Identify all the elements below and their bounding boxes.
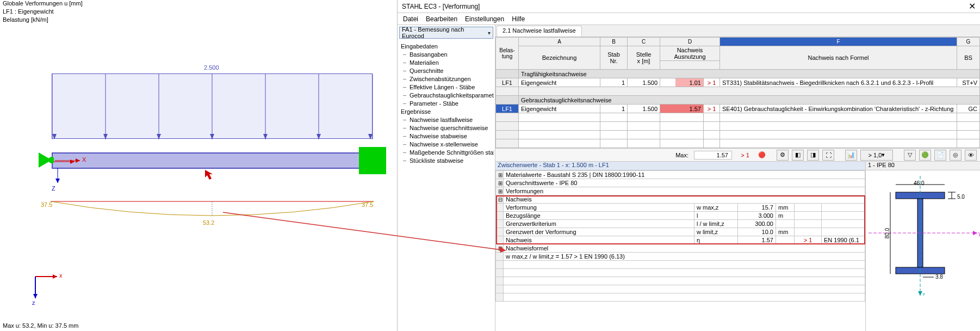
svg-text:z: z bbox=[922, 292, 925, 296]
local-axes-icon bbox=[53, 154, 374, 170]
menu-settings[interactable]: Einstellungen bbox=[465, 15, 504, 23]
canvas[interactable]: 2.500 bbox=[3, 33, 394, 289]
toolbar-icon[interactable]: ⛶ bbox=[822, 150, 834, 161]
pointer-cursor-icon bbox=[204, 169, 216, 182]
toolbar-icon[interactable]: 📊 bbox=[845, 150, 857, 161]
error-icon: 🔴 bbox=[758, 151, 766, 158]
svg-marker-11 bbox=[263, 134, 268, 139]
local-x-arrow-icon bbox=[55, 158, 84, 164]
svg-marker-22 bbox=[205, 170, 213, 180]
expand-icon[interactable]: ⊞ bbox=[496, 179, 504, 187]
deflection-right: 37.5 bbox=[362, 201, 373, 208]
collapse-icon[interactable]: ⊟ bbox=[496, 244, 504, 253]
local-x-label: X bbox=[82, 156, 86, 163]
case-combo[interactable]: FA1 - Bemessung nach Eurocod ▾ bbox=[399, 27, 493, 39]
filter-icon[interactable]: ▽ bbox=[904, 150, 916, 161]
svg-marker-12 bbox=[317, 134, 321, 139]
tree-root-results[interactable]: Ergebnisse bbox=[399, 108, 494, 116]
col-belastung: Belas- tung bbox=[496, 38, 519, 70]
tree-item[interactable]: Parameter - Stäbe bbox=[399, 100, 494, 108]
toolbar-icon[interactable]: ◎ bbox=[950, 150, 962, 161]
table-row[interactable]: LF1 Eigengewicht 1 1.500 1.01 > 1 ST331)… bbox=[496, 78, 980, 87]
toolbar-icon[interactable]: 📄 bbox=[934, 150, 946, 161]
svg-marker-13 bbox=[368, 134, 373, 139]
nav-tree[interactable]: FA1 - Bemessung nach Eurocod ▾ Eingabeda… bbox=[398, 25, 495, 331]
tree-item[interactable]: Effektive Längen - Stäbe bbox=[399, 83, 494, 91]
load-rect bbox=[52, 73, 373, 139]
close-icon[interactable]: ✕ bbox=[969, 1, 976, 11]
view-load-unit: Belastung [kN/m] bbox=[3, 16, 48, 23]
tree-item[interactable]: Nachweise stabweise bbox=[399, 132, 494, 140]
status-bar: Max u: 53.2, Min u: 37.5 mm bbox=[3, 322, 78, 329]
load-value: 2.500 bbox=[204, 64, 219, 71]
expand-icon[interactable]: ⊞ bbox=[496, 171, 504, 179]
tree-item[interactable]: Materialien bbox=[399, 59, 494, 67]
svg-marker-30 bbox=[33, 294, 38, 298]
local-z-arrow-icon bbox=[55, 168, 60, 188]
case-combo-value: FA1 - Bemessung nach Eurocod bbox=[402, 26, 488, 39]
toolbar-icon[interactable]: 🟢 bbox=[919, 150, 931, 161]
tab-strip: 2.1 Nachweise lastfallweise bbox=[495, 25, 980, 37]
deflection-left: 37.5 bbox=[41, 201, 52, 208]
structural-view: Globale Verformungen u [mm] LF1 : Eigeng… bbox=[0, 0, 397, 331]
toolbar-icon[interactable]: ⚙ bbox=[777, 150, 789, 161]
tree-item[interactable]: Nachweise querschnittsweise bbox=[399, 124, 494, 132]
details-title: Zwischenwerte - Stab 1 - x: 1.500 m - LF… bbox=[495, 162, 865, 170]
tab-results[interactable]: 2.1 Nachweise lastfallweise bbox=[497, 26, 582, 36]
svg-marker-8 bbox=[103, 134, 108, 139]
menu-edit[interactable]: Bearbeiten bbox=[426, 15, 457, 23]
section-drawing[interactable]: y z bbox=[866, 170, 980, 331]
tree-item[interactable]: Querschnitte bbox=[399, 67, 494, 75]
tree-item[interactable]: Nachweise x-stellenweise bbox=[399, 140, 494, 149]
svg-point-17 bbox=[48, 157, 54, 163]
results-grid[interactable]: Belas- tung A B C D F G Bezeichnung Stab… bbox=[495, 37, 980, 162]
tree-item[interactable]: Zwischenabstützungen bbox=[399, 75, 494, 83]
svg-marker-38 bbox=[918, 291, 922, 296]
details-panel[interactable]: Zwischenwerte - Stab 1 - x: 1.500 m - LF… bbox=[495, 162, 866, 331]
tree-item[interactable]: Maßgebende Schnittgrößen stabweise bbox=[399, 149, 494, 157]
max-value: 1.57 bbox=[694, 151, 732, 160]
global-axes-icon: x z bbox=[30, 271, 63, 305]
menu-help[interactable]: Hilfe bbox=[512, 15, 525, 23]
chevron-down-icon: ▾ bbox=[488, 30, 491, 36]
table-row[interactable]: LF1 Eigengewicht 1 1.500 1.57 > 1 SE401)… bbox=[496, 105, 980, 113]
window-title: STAHL EC3 - [Verformung] bbox=[402, 3, 480, 10]
title-bar[interactable]: STAHL EC3 - [Verformung] ✕ bbox=[398, 0, 980, 13]
toolbar-icon[interactable]: ◨ bbox=[807, 150, 819, 161]
svg-marker-35 bbox=[973, 231, 977, 235]
tree-root-input[interactable]: Eingabedaten bbox=[399, 42, 494, 51]
tree-item[interactable]: Basisangaben bbox=[399, 51, 494, 59]
svg-marker-7 bbox=[52, 134, 57, 139]
svg-marker-9 bbox=[157, 134, 161, 139]
expand-icon[interactable]: ⊞ bbox=[496, 187, 504, 195]
beam bbox=[52, 152, 373, 169]
svg-marker-21 bbox=[55, 179, 60, 183]
menu-bar[interactable]: Datei Bearbeiten Einstellungen Hilfe bbox=[398, 13, 980, 25]
section-title: 1 - IPE 80 bbox=[866, 162, 980, 170]
support-left-icon bbox=[35, 147, 54, 174]
grid-footer: Max: 1.57 > 1 🔴 ⚙ ◧ ◨ ⛶ 📊 > 1,0 ▾ ▽ bbox=[495, 148, 980, 161]
view-title: Globale Verformungen u [mm] bbox=[3, 0, 83, 7]
svg-marker-19 bbox=[76, 158, 80, 163]
load-arrows-icon bbox=[52, 74, 373, 139]
deflection-mid: 53.2 bbox=[203, 219, 214, 226]
tree-item[interactable]: Gebrauchstauglichkeitsparameter bbox=[399, 91, 494, 100]
menu-file[interactable]: Datei bbox=[403, 15, 418, 23]
svg-marker-28 bbox=[53, 274, 57, 279]
local-z-label: Z bbox=[52, 185, 55, 192]
tree-item[interactable]: Nachweise lastfallweise bbox=[399, 116, 494, 124]
collapse-icon[interactable]: ⊟ bbox=[496, 195, 504, 204]
toolbar-icon[interactable]: ◧ bbox=[792, 150, 804, 161]
svg-marker-10 bbox=[210, 134, 214, 139]
filter-combo[interactable]: > 1,0 ▾ bbox=[860, 150, 893, 161]
support-right-icon bbox=[359, 147, 386, 174]
tree-item[interactable]: Stückliste stabweise bbox=[399, 157, 494, 165]
view-loadcase: LF1 : Eigengewicht bbox=[3, 8, 54, 15]
stahl-window: STAHL EC3 - [Verformung] ✕ Datei Bearbei… bbox=[397, 0, 980, 331]
section-panel: 1 - IPE 80 bbox=[866, 162, 980, 331]
toolbar-icon[interactable]: 👁 bbox=[965, 150, 977, 161]
